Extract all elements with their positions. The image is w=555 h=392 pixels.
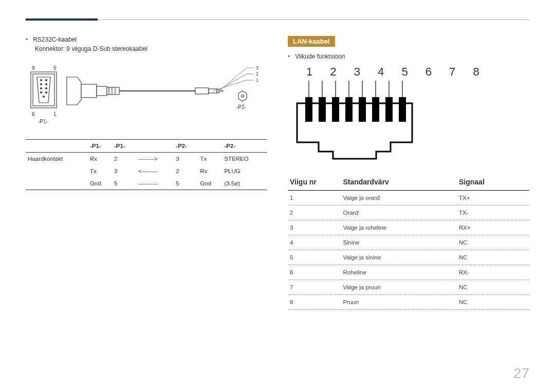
lan-hdr-2: Signaal [457, 174, 529, 191]
pin-hdr-5: -P2- [222, 140, 267, 153]
svg-point-5 [46, 84, 47, 85]
top-accent-bar [26, 18, 98, 21]
table-row: 2OranžTX- [288, 206, 529, 220]
svg-rect-36 [359, 97, 366, 122]
svg-rect-33 [319, 97, 326, 122]
lan-bullet: • Viikude funktsioon [288, 53, 529, 60]
svg-point-8 [41, 92, 42, 94]
table-row: 5Valge ja sinineNC [288, 250, 529, 265]
pin-r0-4: 3 [174, 153, 198, 165]
pin-r0-1: Rx [88, 153, 112, 165]
rs232-subnote: Konnektor: 9 viiguga D-Sub stereokaabel [35, 45, 267, 52]
lan-hdr-1: Standardvärv [341, 174, 457, 191]
pin-r0-2: 2 [112, 153, 136, 165]
pin-r1-3: <-------- [136, 165, 174, 177]
svg-rect-12 [97, 86, 107, 96]
pin-r1-2: 3 [112, 165, 136, 177]
dsub-br: 1 [53, 111, 57, 117]
table-row: 6RohelineRX- [288, 265, 529, 280]
table-row: 8PruunNC [288, 295, 529, 310]
rs232-bullet: • RS232C-kaabel [26, 36, 267, 43]
top-rule [26, 20, 529, 20]
right-column: LAN-kaabel • Viikude funktsioon 1 2 3 4 … [288, 36, 529, 310]
svg-rect-39 [399, 97, 406, 122]
pin-r0-0: Haardkontakt [26, 153, 88, 165]
svg-text:2: 2 [256, 71, 258, 77]
bullet-dot-icon: • [288, 53, 290, 60]
pin-r2-4: 5 [174, 177, 198, 190]
pin-r0-6: STEREO [222, 153, 267, 165]
pin-r2-2: 5 [112, 177, 136, 190]
pin-r2-0 [26, 177, 88, 190]
lan-pinout-table: Viigu nr Standardvärv Signaal 1Valge ja … [288, 174, 529, 310]
svg-point-4 [41, 84, 42, 85]
pin-r2-5: Gnd [198, 177, 222, 190]
svg-rect-11 [81, 84, 97, 98]
dsub-label: -P1- [38, 119, 48, 124]
pin-r1-5: Rx [198, 165, 222, 177]
pin-hdr-2 [136, 140, 174, 153]
pin-r1-4: 2 [174, 165, 198, 177]
svg-point-2 [41, 80, 42, 81]
pin-r0-3: --------> [136, 153, 174, 165]
pin-r2-1: Gnd [88, 177, 112, 190]
table-row: 3Valge ja rohelineRX+ [288, 220, 529, 235]
pin-r1-0 [26, 165, 88, 177]
svg-point-10 [43, 96, 45, 98]
rs232-pinout-table: -P1- -P1- -P2- -P2- Haardkontakt Rx 2 --… [26, 139, 267, 190]
svg-text:-P2-: -P2- [236, 104, 246, 110]
pin-r2-6: (3.5ø) [222, 177, 267, 190]
pin-r0-5: Tx [198, 153, 222, 165]
pin-hdr-3: -P2- [174, 140, 198, 153]
svg-rect-35 [345, 97, 353, 122]
svg-text:1: 1 [256, 78, 258, 83]
lan-bullet-text: Viikude funktsioon [295, 53, 345, 60]
pin-hdr-0: -P1- [88, 140, 112, 153]
svg-rect-18 [195, 88, 209, 94]
dsub-bl: 6 [32, 111, 35, 117]
svg-point-9 [46, 92, 47, 94]
pin-r2-3: ---------- [136, 177, 174, 190]
svg-point-6 [41, 88, 42, 89]
svg-line-21 [221, 68, 247, 89]
bullet-dot-icon: • [26, 36, 28, 43]
lan-hdr-0: Viigu nr [288, 174, 341, 191]
svg-text:3: 3 [256, 65, 258, 70]
table-row: 1Valge ja oranžTX+ [288, 191, 529, 206]
dsub-tl: 9 [32, 65, 35, 71]
rj45-diagram: 1 2 3 4 5 6 7 8 [288, 65, 529, 164]
left-column: • RS232C-kaabel Konnektor: 9 viiguga D-S… [26, 36, 267, 310]
rs232-bullet-text: RS232C-kaabel [33, 36, 77, 43]
page-number: 27 [513, 365, 529, 382]
svg-point-30 [242, 95, 244, 98]
pin-hdr-1: -P1- [112, 140, 136, 153]
pin-r1-1: Tx [88, 165, 112, 177]
svg-rect-34 [332, 97, 339, 122]
dsub-tr: 5 [53, 65, 57, 71]
svg-rect-38 [385, 97, 393, 122]
svg-point-7 [46, 88, 47, 89]
svg-rect-37 [372, 97, 379, 122]
svg-point-3 [46, 80, 47, 81]
table-row: 7Valge ja pruunNC [288, 280, 529, 295]
rs232-diagram: 9 5 6 1 -P1- [26, 63, 267, 131]
rj45-pin-numbers: 1 2 3 4 5 6 7 8 [306, 65, 529, 79]
lan-title: LAN-kaabel [288, 36, 335, 47]
table-row: 4SinineNC [288, 235, 529, 250]
pin-r1-6: PLUG [222, 165, 267, 177]
svg-rect-32 [305, 97, 312, 122]
